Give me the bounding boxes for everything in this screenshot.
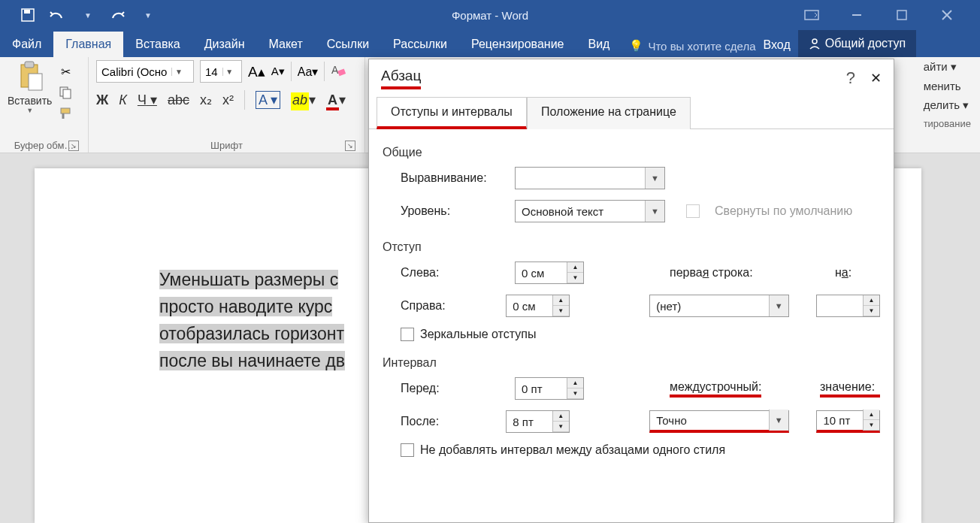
indent-right-value: 0 см: [507, 300, 552, 313]
spin-up-icon[interactable]: ▲: [553, 411, 569, 422]
spin-down-icon[interactable]: ▼: [567, 388, 583, 399]
tab-layout[interactable]: Макет: [257, 32, 315, 57]
change-case-icon[interactable]: Aa▾: [298, 65, 319, 79]
clipboard-launcher-icon[interactable]: ↘: [68, 141, 79, 151]
tab-references[interactable]: Ссылки: [315, 32, 381, 57]
spin-up-icon[interactable]: ▲: [864, 295, 879, 306]
copy-icon[interactable]: [56, 84, 74, 101]
tab-home[interactable]: Главная: [53, 32, 123, 57]
value-value: 10 пт: [817, 414, 863, 427]
font-size-select[interactable]: 14▼: [200, 60, 242, 83]
spin-up-icon[interactable]: ▲: [567, 378, 583, 388]
qat-customize-icon[interactable]: ▼: [135, 2, 161, 28]
spin-down-icon[interactable]: ▼: [864, 420, 879, 431]
window-controls: [797, 0, 980, 30]
tab-mailings[interactable]: Рассылки: [381, 32, 459, 57]
paste-button[interactable]: Вставить ▼: [8, 60, 52, 114]
label-by: на:: [835, 266, 880, 280]
mirror-checkbox[interactable]: [401, 328, 414, 341]
undo-icon[interactable]: [45, 2, 71, 28]
dialog-tabs: Отступы и интервалы Положение на страниц…: [369, 97, 894, 129]
svg-rect-13: [337, 68, 346, 76]
close-icon[interactable]: [932, 0, 962, 30]
replace-button[interactable]: менить: [924, 80, 971, 92]
by-spin[interactable]: ▲▼: [816, 295, 880, 317]
line-spacing-combo[interactable]: Точно▼: [649, 410, 788, 433]
spin-up-icon[interactable]: ▲: [567, 262, 583, 273]
font-color-icon[interactable]: A▾: [326, 92, 346, 108]
maximize-icon[interactable]: [887, 0, 917, 30]
strike-button[interactable]: abc: [168, 92, 189, 108]
italic-button[interactable]: К: [119, 92, 127, 108]
spin-down-icon[interactable]: ▼: [567, 273, 583, 283]
chevron-down-icon: ▼: [769, 410, 788, 431]
underline-button[interactable]: Ч ▾: [138, 92, 157, 108]
text-effects-icon[interactable]: A ▾: [256, 91, 280, 109]
section-spacing: Интервал: [383, 356, 880, 370]
selected-text: Уменьшать размеры с просто наводите курс…: [159, 266, 400, 374]
level-combo[interactable]: Основной текст▼: [515, 200, 665, 222]
tab-design[interactable]: Дизайн: [192, 32, 257, 57]
label-first-line: первая строка:: [670, 266, 753, 280]
save-icon[interactable]: [15, 2, 41, 28]
clipboard-group-label: Буфер обм…↘: [8, 140, 80, 153]
before-spin[interactable]: 0 пт▲▼: [515, 377, 584, 400]
bulb-icon: 💡: [629, 39, 643, 53]
minimize-icon[interactable]: [842, 0, 872, 30]
ribbon-display-icon[interactable]: [797, 0, 827, 30]
first-line-combo[interactable]: (нет)▼: [649, 295, 788, 317]
redo-icon[interactable]: [105, 2, 131, 28]
label-indent-left: Слева:: [401, 266, 506, 280]
indent-left-spin[interactable]: 0 см▲▼: [515, 262, 584, 284]
group-editing: айти ▾ менить делить ▾ тирование: [915, 57, 980, 153]
share-button[interactable]: Общий доступ: [798, 30, 917, 57]
shrink-font-icon[interactable]: A▾: [271, 65, 285, 78]
font-name-select[interactable]: Calibri (Осно▼: [96, 60, 194, 83]
spin-down-icon[interactable]: ▼: [864, 306, 879, 316]
spin-up-icon[interactable]: ▲: [864, 410, 879, 420]
tab-line-page-breaks[interactable]: Положение на странице: [527, 97, 691, 129]
group-font: Calibri (Осно▼ 14▼ A▴ A▾ Aa▾ A Ж К Ч ▾ a…: [89, 57, 365, 153]
tab-review[interactable]: Рецензирование: [459, 32, 576, 57]
tab-indents-spacing[interactable]: Отступы и интервалы: [377, 97, 527, 129]
tell-me-search[interactable]: 💡Что вы хотите сдела: [629, 39, 755, 57]
dialog-title-bar: Абзац ? ✕: [369, 59, 894, 97]
svg-rect-4: [897, 11, 906, 20]
label-alignment: Выравнивание:: [401, 171, 506, 185]
spin-down-icon[interactable]: ▼: [553, 306, 569, 316]
undo-dropdown-icon[interactable]: ▼: [75, 2, 101, 28]
font-launcher-icon[interactable]: ↘: [345, 141, 355, 151]
subscript-button[interactable]: x₂: [200, 92, 212, 108]
grow-font-icon[interactable]: A▴: [248, 63, 265, 80]
format-painter-icon[interactable]: [56, 105, 74, 122]
section-indent: Отступ: [383, 240, 880, 254]
bold-button[interactable]: Ж: [96, 92, 108, 108]
ribbon-tabs: Файл Главная Вставка Дизайн Макет Ссылки…: [0, 30, 980, 57]
spin-down-icon[interactable]: ▼: [553, 422, 569, 432]
tab-insert[interactable]: Вставка: [123, 32, 192, 57]
alignment-combo[interactable]: ▼: [515, 167, 665, 189]
label-after: После:: [401, 415, 497, 428]
spin-up-icon[interactable]: ▲: [553, 295, 569, 306]
find-button[interactable]: айти ▾: [924, 60, 971, 74]
dialog-close-icon[interactable]: ✕: [870, 70, 882, 86]
after-spin[interactable]: 8 пт▲▼: [506, 410, 570, 433]
highlight-icon[interactable]: ab▾: [291, 92, 316, 108]
svg-rect-10: [63, 89, 71, 98]
nosame-checkbox[interactable]: [401, 443, 414, 457]
value-spin[interactable]: 10 пт▲▼: [816, 410, 880, 433]
label-value: значение:: [820, 380, 880, 398]
cut-icon[interactable]: ✂: [56, 63, 74, 80]
svg-rect-8: [29, 74, 42, 90]
paste-label: Вставить: [8, 95, 52, 107]
login-button[interactable]: Вход: [756, 33, 798, 57]
clear-format-icon[interactable]: A: [331, 62, 346, 80]
superscript-button[interactable]: x²: [222, 92, 234, 108]
tab-view[interactable]: Вид: [576, 32, 622, 57]
first-line-value: (нет): [650, 300, 768, 313]
indent-right-spin[interactable]: 0 см▲▼: [506, 295, 570, 317]
tab-file[interactable]: Файл: [0, 32, 53, 57]
select-button[interactable]: делить ▾: [924, 98, 971, 112]
help-icon[interactable]: ?: [846, 68, 855, 88]
group-clipboard: Вставить ▼ ✂ Буфер обм…↘: [0, 57, 89, 153]
